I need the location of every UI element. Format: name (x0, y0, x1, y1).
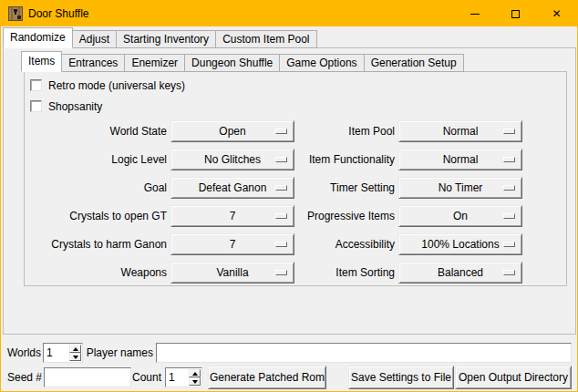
logic-level-label: Logic Level (26, 149, 167, 170)
dropdown-indicator-icon (503, 213, 515, 219)
worlds-label: Worlds (1, 343, 41, 363)
worlds-spinbox[interactable] (43, 343, 83, 363)
dropdown-indicator-icon (275, 213, 287, 219)
tab-entrances[interactable]: Entrances (61, 54, 125, 72)
accessibility-dropdown[interactable]: 100% Locations (398, 233, 522, 255)
spin-down-icon (192, 380, 198, 384)
item-pool-label: Item Pool (291, 120, 395, 142)
progressive-items-label: Progressive Items (291, 205, 395, 227)
spin-up-icon (73, 347, 78, 351)
maximize-button[interactable] (495, 1, 536, 26)
dropdown-indicator-icon (503, 270, 515, 275)
item-sorting-dropdown[interactable]: Balanced (398, 262, 522, 284)
goal-label: Goal (26, 177, 167, 199)
dropdown-indicator-icon (275, 242, 287, 247)
item-functionality-label: Item Functionality (291, 149, 395, 170)
progressive-items-dropdown[interactable]: On (398, 205, 522, 227)
accessibility-label: Accessibility (291, 233, 395, 255)
crystals-open-gt-dropdown[interactable]: 7 (170, 205, 294, 227)
tab-game-options[interactable]: Game Options (279, 54, 364, 72)
item-pool-dropdown[interactable]: Normal (398, 120, 522, 142)
door-icon (8, 6, 23, 21)
door-shuffle-window: Door Shuffle ✕ Randomize Adjust Starting… (0, 0, 578, 392)
world-state-label: World State (26, 120, 167, 142)
shopsanity-checkbox-row[interactable]: Shopsanity (30, 99, 102, 113)
tab-enemizer[interactable]: Enemizer (124, 54, 185, 72)
timer-setting-dropdown[interactable]: No Timer (398, 177, 522, 199)
logic-level-dropdown[interactable]: No Glitches (170, 149, 294, 170)
dropdown-indicator-icon (503, 129, 515, 134)
count-spinbox[interactable] (165, 367, 202, 387)
tab-randomize[interactable]: Randomize (3, 27, 73, 48)
worlds-input[interactable] (45, 345, 68, 361)
weapons-dropdown[interactable]: Vanilla (170, 262, 294, 284)
count-spin-down-button[interactable] (189, 377, 201, 386)
shopsanity-label: Shopsanity (48, 100, 102, 113)
dropdown-indicator-icon (275, 157, 287, 162)
dropdown-indicator-icon (503, 157, 515, 162)
dropdown-indicator-icon (275, 185, 287, 191)
title-bar[interactable]: Door Shuffle ✕ (1, 1, 577, 26)
tab-generation-setup[interactable]: Generation Setup (364, 54, 464, 72)
spin-down-icon (73, 356, 78, 359)
minimize-button[interactable] (454, 1, 495, 26)
crystals-open-gt-label: Crystals to open GT (26, 205, 167, 227)
retro-mode-checkbox-row[interactable]: Retro mode (universal keys) (30, 78, 185, 92)
player-names-input[interactable] (156, 343, 572, 363)
item-functionality-dropdown[interactable]: Normal (398, 149, 522, 170)
count-input[interactable] (167, 369, 188, 386)
weapons-label: Weapons (26, 262, 167, 284)
dropdown-indicator-icon (503, 185, 515, 191)
open-output-directory-button[interactable]: Open Output Directory (455, 366, 572, 389)
worlds-spin-up-button[interactable] (69, 345, 81, 353)
window-title: Door Shuffle (28, 7, 89, 20)
retro-mode-checkbox[interactable] (30, 79, 42, 91)
generate-patched-rom-button[interactable]: Generate Patched Rom (208, 366, 326, 389)
crystals-harm-ganon-dropdown[interactable]: 7 (170, 233, 294, 255)
minimize-icon (470, 14, 480, 15)
dropdown-indicator-icon (275, 270, 287, 275)
close-button[interactable]: ✕ (536, 1, 577, 26)
worlds-spin-down-button[interactable] (69, 353, 81, 361)
spin-up-icon (192, 372, 198, 376)
close-icon: ✕ (552, 8, 561, 19)
item-sorting-label: Item Sorting (291, 262, 395, 284)
dropdown-indicator-icon (503, 242, 515, 247)
tab-items[interactable]: Items (21, 51, 62, 72)
dropdown-indicator-icon (275, 129, 287, 134)
timer-setting-label: Timer Setting (291, 177, 395, 199)
tab-custom-item-pool[interactable]: Custom Item Pool (215, 30, 316, 48)
crystals-harm-ganon-label: Crystals to harm Ganon (26, 233, 167, 255)
tab-starting-inventory[interactable]: Starting Inventory (116, 30, 216, 48)
goal-dropdown[interactable]: Defeat Ganon (170, 177, 294, 199)
shopsanity-checkbox[interactable] (30, 100, 42, 112)
seed-input[interactable] (44, 367, 131, 387)
count-label: Count (125, 367, 161, 387)
maximize-icon (511, 10, 520, 18)
world-state-dropdown[interactable]: Open (170, 120, 294, 142)
retro-mode-label: Retro mode (universal keys) (48, 79, 185, 92)
tab-adjust[interactable]: Adjust (72, 30, 117, 48)
save-settings-button[interactable]: Save Settings to File (348, 366, 454, 389)
player-names-label: Player names (83, 343, 153, 363)
count-spin-up-button[interactable] (189, 369, 201, 377)
tab-dungeon-shuffle[interactable]: Dungeon Shuffle (184, 54, 280, 72)
seed-label: Seed # (1, 367, 42, 387)
